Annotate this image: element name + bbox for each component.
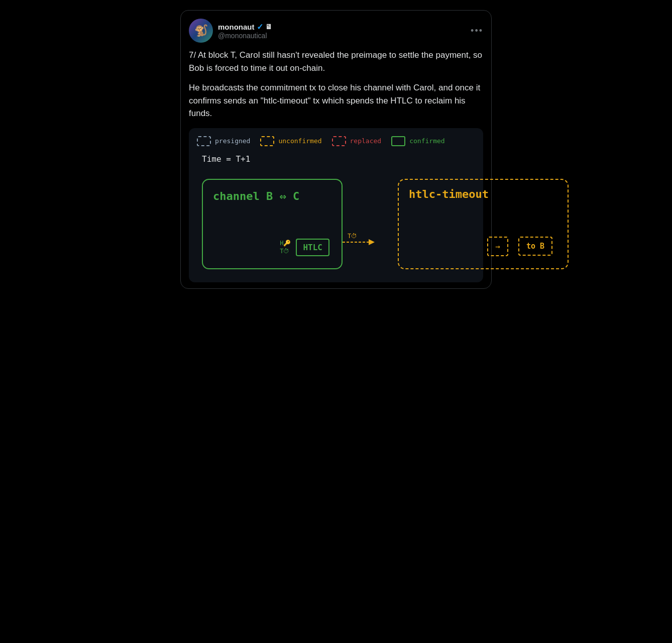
channel-box: channel B ⇔ C H🔑 T⏱ HTLC — [202, 179, 343, 269]
arrow-icon: → — [495, 242, 500, 251]
tweet-header-left: 🐒 mononaut ✓ 🖥 @mononautical — [189, 19, 272, 43]
avatar[interactable]: 🐒 — [189, 19, 213, 43]
more-options-button[interactable]: ••• — [471, 26, 483, 36]
tob-box: to B — [518, 237, 552, 256]
svg-marker-2 — [369, 239, 375, 245]
tweet-paragraph-2: He broadcasts the commitment tx to close… — [189, 81, 483, 120]
tweet-header: 🐒 mononaut ✓ 🖥 @mononautical ••• — [189, 19, 483, 43]
htlc-box: HTLC — [296, 239, 329, 256]
channel-title: channel B ⇔ C — [213, 190, 299, 202]
svg-text:T⏱: T⏱ — [348, 233, 357, 240]
verified-icon: ✓ — [257, 22, 263, 32]
tweet-body: 7/ At block T, Carol still hasn't reveal… — [189, 49, 483, 120]
presigned-box-icon — [197, 136, 211, 146]
legend-presigned: presigned — [197, 136, 250, 146]
unconfirmed-box-icon — [260, 136, 274, 146]
tweet-paragraph-1: 7/ At block T, Carol still hasn't reveal… — [189, 49, 483, 74]
username: @mononautical — [218, 32, 272, 40]
legend-confirmed: confirmed — [391, 136, 444, 146]
presigned-label: presigned — [215, 137, 250, 145]
htlc-label-top: H🔑 — [280, 240, 291, 247]
legend-unconfirmed: unconfirmed — [260, 136, 321, 146]
diagram-main: channel B ⇔ C H🔑 T⏱ HTLC T⏱ — [197, 174, 475, 274]
legend-replaced: replaced — [332, 136, 382, 146]
timeout-title: htlc-timeout — [409, 188, 489, 200]
user-info: mononaut ✓ 🖥 @mononautical — [218, 22, 272, 40]
confirmed-box-icon — [391, 136, 405, 146]
confirmed-label: confirmed — [409, 137, 444, 145]
time-label: Time = T+1 — [202, 154, 475, 164]
channel-inner: H🔑 T⏱ HTLC — [280, 239, 329, 256]
display-name: mononaut ✓ 🖥 — [218, 22, 272, 32]
device-icon: 🖥 — [265, 23, 272, 31]
replaced-label: replaced — [350, 137, 382, 145]
replaced-box-icon — [332, 136, 346, 146]
htlc-labels: H🔑 T⏱ — [280, 240, 291, 255]
connector-svg: T⏱ — [343, 227, 383, 257]
timeout-box: htlc-timeout → to B — [398, 179, 569, 269]
timeout-inner: → to B — [487, 237, 552, 256]
htlc-label-bottom: T⏱ — [280, 248, 291, 255]
name-text: mononaut — [218, 23, 255, 31]
tweet-card: 🐒 mononaut ✓ 🖥 @mononautical ••• 7/ At b… — [180, 10, 492, 289]
legend: presigned unconfirmed replaced confirmed — [197, 136, 475, 146]
diagram-wrapper: channel B ⇔ C H🔑 T⏱ HTLC T⏱ — [197, 174, 475, 274]
arrow-box: → — [487, 237, 508, 256]
diagram-container: presigned unconfirmed replaced confirmed… — [189, 128, 483, 282]
unconfirmed-label: unconfirmed — [278, 137, 321, 145]
